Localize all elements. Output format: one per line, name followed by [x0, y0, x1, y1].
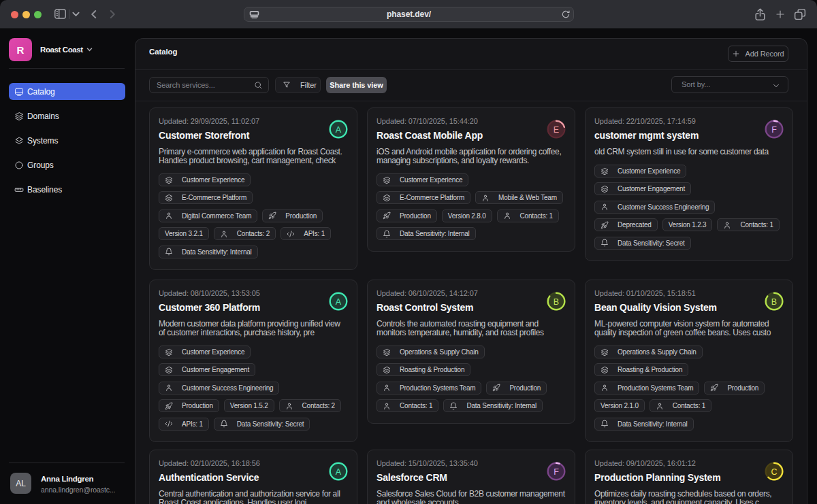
svg-text:A: A [336, 467, 342, 477]
svg-text:A: A [336, 125, 342, 135]
svg-text:E: E [554, 125, 559, 135]
svg-text:A: A [336, 297, 342, 307]
svg-text:F: F [554, 467, 559, 477]
svg-text:C: C [771, 467, 777, 477]
svg-text:B: B [554, 297, 559, 307]
svg-text:B: B [771, 297, 777, 307]
svg-text:F: F [771, 125, 777, 135]
